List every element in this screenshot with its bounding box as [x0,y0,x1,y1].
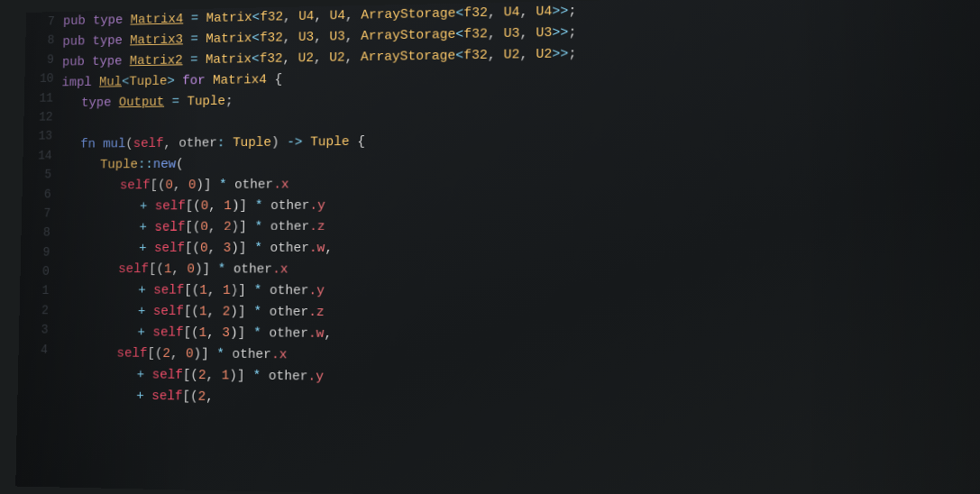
ln-9b: 9 [24,242,50,262]
code-text: pub type Matrix4 = Matrix<f32, U4, U4, A… [55,0,980,419]
ln-2: 2 [23,300,49,320]
code-line-8b: + self[(0, 3)] * other.w, [58,238,980,261]
ln-6: 6 [26,184,51,204]
ln-4: 4 [23,340,48,360]
ln-8b: 8 [25,223,50,242]
ln-3: 3 [23,320,49,340]
code-line-6: + self[(0, 1)] * other.y [59,193,980,218]
code-content: 7 8 9 10 11 12 13 14 5 6 7 8 9 0 1 2 3 4… [17,0,980,419]
ln-7: 7 [30,12,55,32]
ln-14: 14 [27,146,52,166]
code-line-7b: + self[(0, 2)] * other.z [59,215,980,239]
ln-8: 8 [30,31,55,50]
ln-1: 1 [24,281,50,301]
code-editor[interactable]: 7 8 9 10 11 12 13 14 5 6 7 8 9 0 1 2 3 4… [15,0,980,494]
ln-5: 5 [26,165,51,185]
ln-12: 12 [28,107,53,127]
ln-9: 9 [29,50,54,69]
code-line-9b: self[(1, 0)] * other.x [58,259,980,282]
ln-10: 10 [29,69,54,89]
ln-11: 11 [28,88,53,108]
ln-0: 0 [24,261,50,281]
ln-13: 13 [27,126,52,146]
ln-7b: 7 [25,204,50,224]
